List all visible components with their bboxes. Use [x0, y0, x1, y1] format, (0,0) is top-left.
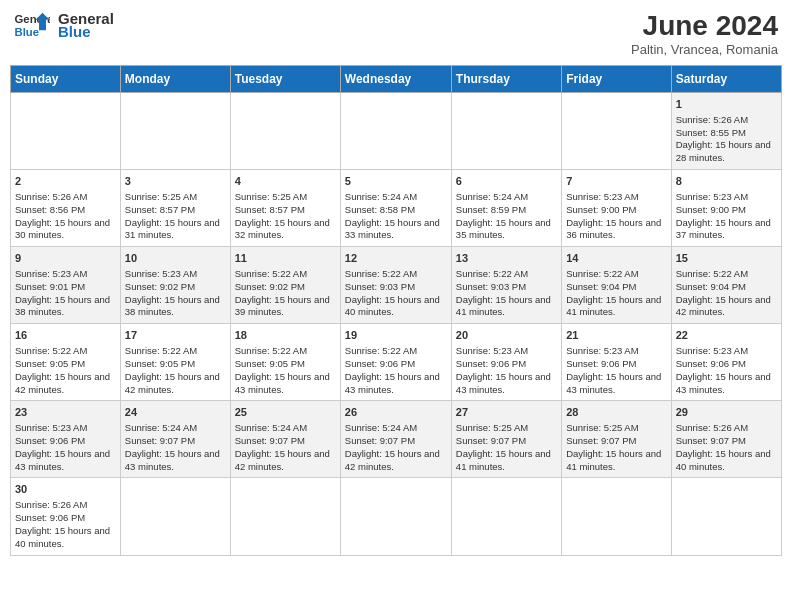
day-number: 16	[15, 328, 116, 343]
day-info: Sunrise: 5:25 AM Sunset: 8:57 PM Dayligh…	[235, 191, 336, 242]
day-info: Sunrise: 5:24 AM Sunset: 9:07 PM Dayligh…	[345, 422, 447, 473]
calendar-cell: 21Sunrise: 5:23 AM Sunset: 9:06 PM Dayli…	[562, 324, 671, 401]
day-number: 14	[566, 251, 666, 266]
day-info: Sunrise: 5:22 AM Sunset: 9:03 PM Dayligh…	[345, 268, 447, 319]
day-info: Sunrise: 5:26 AM Sunset: 9:07 PM Dayligh…	[676, 422, 777, 473]
header-monday: Monday	[120, 66, 230, 93]
day-info: Sunrise: 5:23 AM Sunset: 9:02 PM Dayligh…	[125, 268, 226, 319]
calendar-cell	[230, 93, 340, 170]
calendar-cell	[562, 478, 671, 555]
logo-blue-text: Blue	[58, 23, 114, 40]
calendar-cell: 18Sunrise: 5:22 AM Sunset: 9:05 PM Dayli…	[230, 324, 340, 401]
calendar-table: Sunday Monday Tuesday Wednesday Thursday…	[10, 65, 782, 556]
day-number: 15	[676, 251, 777, 266]
calendar-cell: 27Sunrise: 5:25 AM Sunset: 9:07 PM Dayli…	[451, 401, 561, 478]
calendar-cell: 23Sunrise: 5:23 AM Sunset: 9:06 PM Dayli…	[11, 401, 121, 478]
calendar-cell: 17Sunrise: 5:22 AM Sunset: 9:05 PM Dayli…	[120, 324, 230, 401]
day-info: Sunrise: 5:24 AM Sunset: 9:07 PM Dayligh…	[235, 422, 336, 473]
header-friday: Friday	[562, 66, 671, 93]
calendar-cell	[120, 478, 230, 555]
calendar-cell	[340, 478, 451, 555]
day-info: Sunrise: 5:22 AM Sunset: 9:03 PM Dayligh…	[456, 268, 557, 319]
day-number: 3	[125, 174, 226, 189]
calendar-cell	[451, 478, 561, 555]
header-saturday: Saturday	[671, 66, 781, 93]
title-area: June 2024 Paltin, Vrancea, Romania	[631, 10, 778, 57]
calendar-cell: 10Sunrise: 5:23 AM Sunset: 9:02 PM Dayli…	[120, 247, 230, 324]
day-info: Sunrise: 5:25 AM Sunset: 9:07 PM Dayligh…	[456, 422, 557, 473]
day-info: Sunrise: 5:23 AM Sunset: 9:06 PM Dayligh…	[676, 345, 777, 396]
day-info: Sunrise: 5:25 AM Sunset: 8:57 PM Dayligh…	[125, 191, 226, 242]
day-info: Sunrise: 5:26 AM Sunset: 8:55 PM Dayligh…	[676, 114, 777, 165]
calendar-cell: 3Sunrise: 5:25 AM Sunset: 8:57 PM Daylig…	[120, 170, 230, 247]
day-info: Sunrise: 5:24 AM Sunset: 8:59 PM Dayligh…	[456, 191, 557, 242]
calendar-cell	[230, 478, 340, 555]
day-number: 5	[345, 174, 447, 189]
calendar-cell: 13Sunrise: 5:22 AM Sunset: 9:03 PM Dayli…	[451, 247, 561, 324]
day-info: Sunrise: 5:24 AM Sunset: 8:58 PM Dayligh…	[345, 191, 447, 242]
calendar-cell: 30Sunrise: 5:26 AM Sunset: 9:06 PM Dayli…	[11, 478, 121, 555]
calendar-cell: 28Sunrise: 5:25 AM Sunset: 9:07 PM Dayli…	[562, 401, 671, 478]
day-number: 7	[566, 174, 666, 189]
calendar-cell: 11Sunrise: 5:22 AM Sunset: 9:02 PM Dayli…	[230, 247, 340, 324]
day-info: Sunrise: 5:22 AM Sunset: 9:05 PM Dayligh…	[15, 345, 116, 396]
header-thursday: Thursday	[451, 66, 561, 93]
day-info: Sunrise: 5:22 AM Sunset: 9:06 PM Dayligh…	[345, 345, 447, 396]
day-info: Sunrise: 5:23 AM Sunset: 9:01 PM Dayligh…	[15, 268, 116, 319]
day-number: 23	[15, 405, 116, 420]
calendar-cell	[451, 93, 561, 170]
calendar-cell: 7Sunrise: 5:23 AM Sunset: 9:00 PM Daylig…	[562, 170, 671, 247]
day-info: Sunrise: 5:23 AM Sunset: 9:06 PM Dayligh…	[456, 345, 557, 396]
day-number: 6	[456, 174, 557, 189]
calendar-cell	[671, 478, 781, 555]
calendar-cell	[120, 93, 230, 170]
calendar-cell: 2Sunrise: 5:26 AM Sunset: 8:56 PM Daylig…	[11, 170, 121, 247]
day-number: 19	[345, 328, 447, 343]
calendar-cell: 6Sunrise: 5:24 AM Sunset: 8:59 PM Daylig…	[451, 170, 561, 247]
header-sunday: Sunday	[11, 66, 121, 93]
day-number: 1	[676, 97, 777, 112]
logo: General Blue General Blue	[14, 10, 114, 40]
day-info: Sunrise: 5:23 AM Sunset: 9:00 PM Dayligh…	[676, 191, 777, 242]
svg-text:Blue: Blue	[15, 26, 40, 38]
day-number: 30	[15, 482, 116, 497]
calendar-cell: 12Sunrise: 5:22 AM Sunset: 9:03 PM Dayli…	[340, 247, 451, 324]
day-number: 4	[235, 174, 336, 189]
calendar-cell	[340, 93, 451, 170]
header-wednesday: Wednesday	[340, 66, 451, 93]
day-number: 2	[15, 174, 116, 189]
day-number: 10	[125, 251, 226, 266]
calendar-cell	[562, 93, 671, 170]
page-header: General Blue General Blue June 2024 Palt…	[10, 10, 782, 57]
day-number: 13	[456, 251, 557, 266]
calendar-cell: 20Sunrise: 5:23 AM Sunset: 9:06 PM Dayli…	[451, 324, 561, 401]
day-number: 20	[456, 328, 557, 343]
day-number: 29	[676, 405, 777, 420]
day-info: Sunrise: 5:22 AM Sunset: 9:02 PM Dayligh…	[235, 268, 336, 319]
day-info: Sunrise: 5:22 AM Sunset: 9:04 PM Dayligh…	[566, 268, 666, 319]
day-number: 26	[345, 405, 447, 420]
calendar-cell: 8Sunrise: 5:23 AM Sunset: 9:00 PM Daylig…	[671, 170, 781, 247]
logo-icon: General Blue	[14, 11, 50, 39]
calendar-cell: 22Sunrise: 5:23 AM Sunset: 9:06 PM Dayli…	[671, 324, 781, 401]
calendar-cell: 16Sunrise: 5:22 AM Sunset: 9:05 PM Dayli…	[11, 324, 121, 401]
day-number: 11	[235, 251, 336, 266]
day-info: Sunrise: 5:26 AM Sunset: 9:06 PM Dayligh…	[15, 499, 116, 550]
day-info: Sunrise: 5:26 AM Sunset: 8:56 PM Dayligh…	[15, 191, 116, 242]
calendar-cell: 1Sunrise: 5:26 AM Sunset: 8:55 PM Daylig…	[671, 93, 781, 170]
day-info: Sunrise: 5:23 AM Sunset: 9:06 PM Dayligh…	[566, 345, 666, 396]
day-number: 18	[235, 328, 336, 343]
calendar-cell: 9Sunrise: 5:23 AM Sunset: 9:01 PM Daylig…	[11, 247, 121, 324]
day-info: Sunrise: 5:25 AM Sunset: 9:07 PM Dayligh…	[566, 422, 666, 473]
day-info: Sunrise: 5:22 AM Sunset: 9:05 PM Dayligh…	[235, 345, 336, 396]
day-info: Sunrise: 5:22 AM Sunset: 9:05 PM Dayligh…	[125, 345, 226, 396]
month-title: June 2024	[631, 10, 778, 42]
calendar-cell: 4Sunrise: 5:25 AM Sunset: 8:57 PM Daylig…	[230, 170, 340, 247]
day-info: Sunrise: 5:23 AM Sunset: 9:06 PM Dayligh…	[15, 422, 116, 473]
calendar-cell	[11, 93, 121, 170]
calendar-header-row: Sunday Monday Tuesday Wednesday Thursday…	[11, 66, 782, 93]
day-number: 21	[566, 328, 666, 343]
calendar-cell: 15Sunrise: 5:22 AM Sunset: 9:04 PM Dayli…	[671, 247, 781, 324]
location-subtitle: Paltin, Vrancea, Romania	[631, 42, 778, 57]
calendar-cell: 26Sunrise: 5:24 AM Sunset: 9:07 PM Dayli…	[340, 401, 451, 478]
